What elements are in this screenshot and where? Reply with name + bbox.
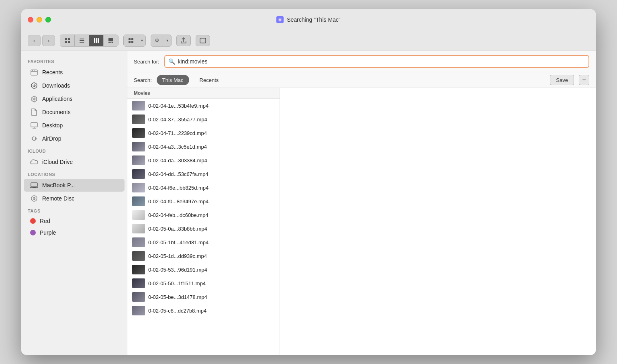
file-name: 0-02-05-c8...dc27b8.mp4 [148,308,206,314]
file-thumbnail [132,142,145,151]
file-item[interactable]: 0-02-05-c8...dc27b8.mp4 [127,304,280,317]
file-name: 0-02-05-be...3d1478.mp4 [148,294,207,300]
sidebar-item-icloud-drive[interactable]: iCloud Drive [24,155,125,168]
minimize-button[interactable] [37,17,42,22]
file-thumbnail [132,224,145,233]
file-item[interactable]: 0-02-05-53...96d191.mp4 [127,263,280,276]
file-thumbnail [132,196,145,206]
forward-button[interactable]: › [42,35,55,46]
svg-rect-7 [80,42,84,43]
file-item[interactable]: 0-02-05-0a...83b8bb.mp4 [127,222,280,235]
list-view-button[interactable] [75,35,89,46]
file-name: 0-02-04-dd...53c67fa.mp4 [148,171,208,177]
title-icon [276,16,284,23]
sidebar-item-macbook[interactable]: MacBook P... [24,179,125,192]
tag-button[interactable] [196,35,210,46]
macbook-icon [30,181,38,189]
file-item[interactable]: 0-02-04-a3...3c5e1d.mp4 [127,140,280,153]
scope-this-mac-button[interactable]: This Mac [157,75,189,85]
svg-rect-2 [68,38,70,40]
file-thumbnail [132,292,145,302]
recents-icon [30,68,38,76]
view-buttons [60,35,118,47]
svg-point-29 [34,198,35,199]
column-header: Movies [127,88,280,99]
scope-recents-button[interactable]: Recents [194,75,225,85]
svg-rect-26 [31,183,37,187]
file-item[interactable]: 0-02-04-f0...8e3497e.mp4 [127,194,280,208]
save-search-button[interactable]: Save [550,75,574,85]
svg-rect-6 [80,40,84,41]
file-name: 0-02-05-0a...83b8bb.mp4 [148,226,207,232]
file-thumbnail [132,183,145,192]
column-view-button[interactable] [89,35,104,46]
file-item[interactable]: 0-02-04-1e...53b4fe9.mp4 [127,99,280,112]
file-item[interactable]: 0-02-05-50...1f1511.mp4 [127,276,280,290]
svg-rect-8 [94,38,95,43]
close-button[interactable] [28,17,33,22]
icloud-label: iCloud [21,145,127,155]
share-button[interactable] [176,35,191,46]
group-dropdown-arrow[interactable]: ▾ [138,35,145,46]
sidebar-item-remote-disc[interactable]: Remote Disc [24,192,125,205]
icon-view-button[interactable] [60,35,75,46]
purple-tag-dot [30,230,36,235]
file-item[interactable]: 0-02-04-da...303384.mp4 [127,153,280,167]
scope-bar: Search: This Mac Recents Save − [127,72,596,88]
finder-window: Searching "This Mac" ‹ › [21,9,596,355]
file-item[interactable]: 0-02-04-feb...dc60be.mp4 [127,208,280,222]
file-item[interactable]: 0-02-05-1d...dd939c.mp4 [127,249,280,263]
sidebar-item-red-tag[interactable]: Red [24,215,125,227]
search-input-wrapper: 🔍 [164,55,589,68]
red-tag-dot [30,218,36,224]
svg-rect-11 [108,38,113,41]
remove-criteria-button[interactable]: − [579,75,589,85]
svg-rect-1 [65,38,67,40]
sidebar-item-downloads[interactable]: Downloads [24,79,125,92]
sidebar-item-remote-disc-label: Remote Disc [42,195,74,202]
gallery-view-button[interactable] [104,35,118,46]
sidebar-item-airdrop-label: AirDrop [42,135,61,142]
file-name: 0-02-04-a3...3c5e1d.mp4 [148,144,207,150]
file-name: 0-02-04-f0...8e3497e.mp4 [148,198,208,204]
file-thumbnail [132,265,145,274]
file-item[interactable]: 0-02-05-be...3d1478.mp4 [127,290,280,304]
sidebar-item-purple-tag[interactable]: Purple [24,227,125,238]
svg-point-25 [34,140,35,141]
sidebar-item-desktop[interactable]: Desktop [24,119,125,132]
search-scope-label: Search: [134,77,152,83]
file-item[interactable]: 0-02-04-dd...53c67fa.mp4 [127,167,280,181]
sidebar-item-documents[interactable]: Documents [24,106,125,119]
sidebar-item-macbook-label: MacBook P... [42,182,75,188]
sidebar-item-downloads-label: Downloads [42,82,70,89]
main-panel: Search for: 🔍 Search: This Mac Recents S… [127,51,596,355]
group-by-buttons: ▾ [123,35,146,47]
file-name: 0-02-04-71...2239cd.mp4 [148,130,207,136]
sidebar-item-applications[interactable]: Applications [24,92,125,105]
gear-arrow-button[interactable]: ▾ [163,35,171,46]
gear-button[interactable]: ⚙ [151,35,163,46]
file-name: 0-02-05-1bf...41ed81.mp4 [148,239,208,245]
maximize-button[interactable] [45,17,51,22]
back-button[interactable]: ‹ [28,35,41,46]
svg-rect-17 [129,41,131,43]
gear-dropdown: ⚙ ▾ [151,35,172,47]
preview-area [280,88,596,355]
sidebar: Favorites Recents [21,51,127,355]
file-item[interactable]: 0-02-05-1bf...41ed81.mp4 [127,235,280,249]
content-area: Favorites Recents [21,51,596,355]
sidebar-item-recents[interactable]: Recents [24,66,125,79]
file-name: 0-02-05-50...1f1511.mp4 [148,280,206,286]
group-view-button[interactable] [124,35,138,46]
file-thumbnail [132,210,145,220]
svg-point-22 [34,70,35,71]
file-thumbnail [132,237,145,247]
favorites-label: Favorites [21,56,127,65]
downloads-icon [30,82,38,90]
file-item[interactable]: 0-02-04-f6e...bb825d.mp4 [127,181,280,194]
file-item[interactable]: 0-02-04-71...2239cd.mp4 [127,126,280,140]
file-item[interactable]: 0-02-04-37...355a77.mp4 [127,112,280,126]
search-input[interactable] [164,55,589,68]
file-thumbnail [132,155,145,165]
sidebar-item-airdrop[interactable]: AirDrop [24,132,125,145]
